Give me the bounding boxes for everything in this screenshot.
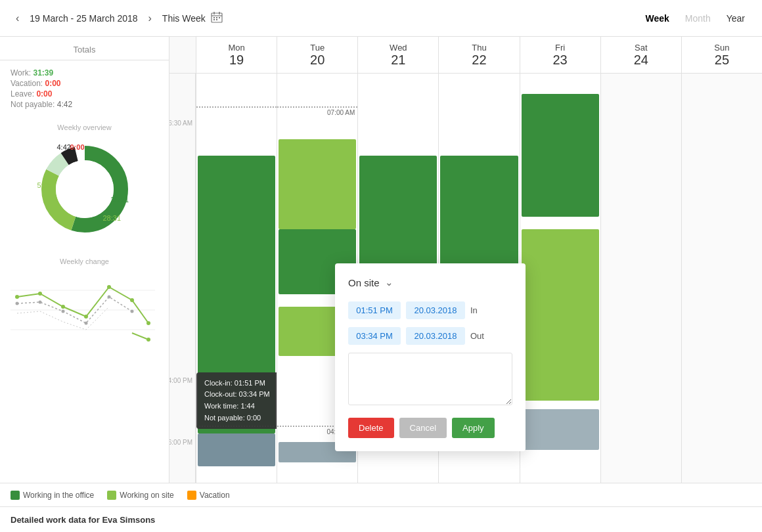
detailed-work-label: Detailed work data for Eva Simsons	[11, 515, 155, 525]
svg-rect-7	[213, 19, 215, 20]
svg-rect-6	[219, 17, 220, 18]
modal-actions: Delete Cancel Apply	[348, 418, 512, 438]
legend-dot-site	[107, 491, 116, 500]
header: ‹ 19 March - 25 March 2018 › This Week W…	[0, 0, 762, 37]
dropdown-chevron-icon: ⌄	[385, 277, 393, 288]
week-view-button[interactable]: Week	[639, 11, 675, 26]
legend-footer: Working in the office Working on site Va…	[0, 483, 762, 507]
cancel-button[interactable]: Cancel	[399, 418, 447, 438]
legend-working-office: Working in the office	[11, 491, 94, 500]
entry-type-dropdown[interactable]: On site ⌄	[348, 277, 512, 288]
clock-out-date[interactable]: 20.03.2018	[406, 327, 465, 345]
legend-vacation: Vacation	[187, 491, 230, 500]
legend-dot-vacation	[187, 491, 196, 500]
modal-row-1: 01:51 PM 20.03.2018 In	[348, 301, 512, 319]
svg-rect-8	[216, 19, 217, 20]
date-range-label: 19 March - 25 March 2018	[30, 13, 137, 24]
year-view-button[interactable]: Year	[720, 11, 751, 26]
entry-modal: On site ⌄ 01:51 PM 20.03.2018 In 03:34 P…	[335, 263, 526, 451]
prev-week-button[interactable]: ‹	[11, 10, 24, 27]
clock-in-label: In	[470, 305, 490, 315]
next-week-button[interactable]: ›	[143, 10, 157, 27]
svg-rect-4	[213, 17, 215, 18]
svg-rect-5	[216, 17, 217, 18]
legend-label-site: Working on site	[120, 491, 173, 500]
modal-overlay: On site ⌄ 01:51 PM 20.03.2018 In 03:34 P…	[0, 37, 762, 483]
calendar-icon[interactable]	[211, 11, 223, 25]
legend-working-site: Working on site	[107, 491, 173, 500]
view-buttons: Week Month Year	[639, 11, 751, 26]
bottom-bar: Detailed work data for Eva Simsons	[0, 507, 762, 532]
clock-out-time[interactable]: 03:34 PM	[348, 327, 401, 345]
legend-label-office: Working in the office	[23, 491, 94, 500]
notes-textarea[interactable]	[348, 353, 512, 405]
legend-dot-office	[11, 491, 20, 500]
month-view-button[interactable]: Month	[679, 11, 717, 26]
delete-button[interactable]: Delete	[348, 418, 394, 438]
clock-in-time[interactable]: 01:51 PM	[348, 301, 401, 319]
main-content: Totals Work: 31:39 Vacation: 0:00 Leave:…	[0, 37, 762, 483]
legend-label-vacation: Vacation	[200, 491, 230, 500]
modal-row-2: 03:34 PM 20.03.2018 Out	[348, 327, 512, 345]
apply-button[interactable]: Apply	[452, 418, 495, 438]
entry-type-label: On site	[348, 277, 380, 288]
this-week-label: This Week	[162, 13, 206, 24]
clock-in-date[interactable]: 20.03.2018	[406, 301, 465, 319]
clock-out-label: Out	[470, 331, 490, 341]
